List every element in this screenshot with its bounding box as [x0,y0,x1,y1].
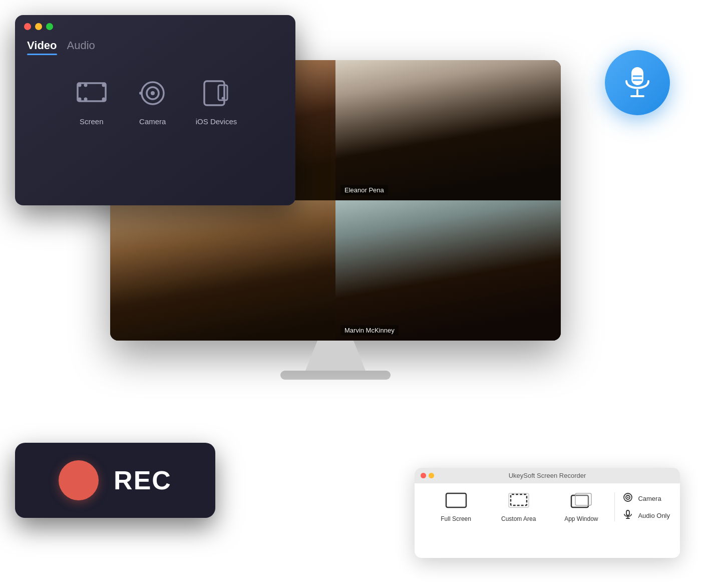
mac-maximize-button[interactable] [46,23,53,30]
svg-point-10 [139,92,142,95]
mac-minimize-button[interactable] [35,23,42,30]
svg-rect-0 [78,83,106,101]
camera-side-icon [623,492,633,504]
recorder-titlebar: UkeySoft Screen Recorder [415,468,680,483]
svg-point-6 [84,98,87,101]
tab-audio[interactable]: Audio [67,39,95,55]
fullscreen-label: Full Screen [441,515,471,522]
rec-label: REC [114,465,172,495]
source-screen[interactable]: Screen [74,75,110,126]
recorder-title: UkeySoft Screen Recorder [509,472,586,479]
video-cell-eleanor: Eleanor Pena [335,60,561,200]
audio-only-icon [623,509,633,521]
svg-rect-24 [575,493,591,505]
svg-point-13 [222,97,224,100]
svg-point-5 [78,98,81,101]
screen-icon [74,75,110,111]
custom-area-label: Custom Area [501,515,536,522]
camera-label: Camera [139,117,166,126]
svg-point-27 [627,497,629,498]
mac-tabs: Video Audio [15,35,295,55]
fullscreen-icon [444,491,468,511]
mac-source-options: Screen Camera iOS [15,55,295,136]
tab-video[interactable]: Video [27,39,57,55]
svg-point-2 [84,84,87,87]
custom-area-icon [507,491,531,511]
recorder-panel: UkeySoft Screen Recorder Full Screen Cus… [415,468,680,558]
monitor-stand [305,341,366,371]
recorder-side-camera[interactable]: Camera [623,492,670,504]
mac-close-button[interactable] [24,23,31,30]
ios-label: iOS Devices [196,117,237,126]
audio-only-label: Audio Only [638,512,670,519]
source-camera[interactable]: Camera [135,75,171,126]
svg-point-4 [102,98,105,101]
camera-side-label: Camera [638,495,661,502]
svg-rect-21 [511,494,527,505]
monitor-base [280,371,391,380]
recorder-window-buttons [421,473,434,478]
camera-icon [135,75,171,111]
recorder-option-fullscreen[interactable]: Full Screen [425,491,487,522]
svg-point-3 [102,84,105,87]
video-cell-extra [110,200,335,341]
recorder-minimize-button[interactable] [429,473,434,478]
recorder-close-button[interactable] [421,473,426,478]
rec-panel: REC [15,443,215,518]
ios-icon [198,75,234,111]
participant-name-eleanor: Eleanor Pena [340,185,388,195]
microphone-bubble[interactable] [605,50,670,115]
recorder-body: Full Screen Custom Area App Window [415,483,680,530]
app-window-icon [569,491,593,511]
app-window-label: App Window [564,515,598,522]
recorder-option-appwindow[interactable]: App Window [550,491,612,522]
participant-name-marvin: Marvin McKinney [340,325,399,336]
recorder-option-custom[interactable]: Custom Area [487,491,550,522]
screen-label: Screen [80,117,104,126]
source-ios[interactable]: iOS Devices [196,75,237,126]
svg-point-9 [151,91,155,95]
svg-point-1 [78,84,81,87]
mic-icon [622,65,652,100]
svg-rect-28 [626,510,629,515]
recorder-side-options: Camera Audio Only [614,492,670,521]
video-cell-marvin: Marvin McKinney [335,200,561,341]
mac-titlebar [15,15,295,35]
recorder-side-audio[interactable]: Audio Only [623,509,670,521]
svg-rect-19 [446,493,466,507]
mac-window: Video Audio Screen [15,15,295,205]
rec-indicator [59,460,99,500]
